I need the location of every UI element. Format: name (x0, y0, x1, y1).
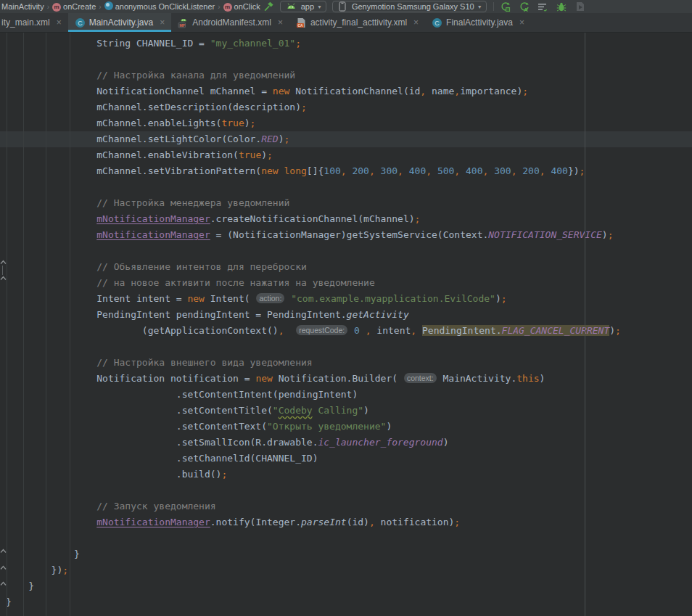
code-line: // Настройка канала для уведомлений (0, 67, 692, 83)
parameter-hint-chip: context: (404, 373, 437, 383)
apply-changes-icon[interactable] (499, 1, 511, 12)
anonymous-class-icon (104, 1, 113, 12)
apply-code-changes-icon[interactable]: A (518, 1, 530, 12)
code-area: String CHANNEL_ID = "my_channel_01"; // … (0, 33, 692, 610)
code-line-current: mChannel.setLightColor(Color.RED); (0, 131, 692, 147)
tab-label: MainActivity.java (89, 17, 153, 28)
code-line: // Настройка внешнего вида уведомления (0, 355, 692, 371)
breadcrumb-label: MainActivity (1, 2, 44, 11)
run-configuration-select[interactable]: app ▼ (280, 1, 326, 12)
breadcrumb-item[interactable]: anonymous OnClickListener (104, 1, 215, 12)
svg-text:A: A (524, 7, 528, 12)
chevron-down-icon: ▼ (317, 4, 322, 9)
method-icon: m (52, 1, 61, 12)
code-line: .setContentTitle("Codeby Calling") (0, 403, 692, 419)
code-line (0, 530, 692, 546)
breadcrumb-item[interactable]: monCreate (52, 1, 96, 12)
code-line: Notification notification = new Notifica… (0, 371, 692, 387)
editor[interactable]: String CHANNEL_ID = "my_channel_01"; // … (0, 33, 692, 616)
code-line: }); (0, 562, 692, 578)
code-line: // Настройка менеджера уведомлений (0, 195, 692, 211)
tab-MainActivity.java[interactable]: CMainActivity.java× (68, 13, 172, 32)
build-hammer-icon[interactable] (263, 1, 275, 12)
code-line: (getApplicationContext(), requestCode: 0… (0, 323, 692, 339)
fold-marker-icon[interactable] (0, 275, 7, 282)
run-configuration-label: app (301, 2, 314, 11)
svg-text:C: C (434, 20, 440, 27)
breadcrumb: MainActivity›monCreate›anonymous OnClick… (0, 1, 260, 12)
tab-label: ity_main.xml (1, 17, 50, 28)
code-line: // Запуск уведомления (0, 498, 692, 514)
fold-marker-icon[interactable] (0, 580, 7, 587)
chevron-down-icon: ▼ (477, 4, 482, 9)
tab-label: activity_final_acttivity.xml (310, 17, 407, 28)
code-line: mChannel.setVibrationPattern(new long[]{… (0, 163, 692, 179)
tab-close-icon[interactable]: × (57, 17, 62, 28)
breadcrumb-label: onClick (234, 2, 260, 11)
code-line: mNotificationManager.createNotificationC… (0, 211, 692, 227)
attach-debugger-icon[interactable] (574, 1, 587, 12)
code-line (0, 243, 692, 259)
breadcrumb-separator: › (99, 3, 101, 11)
code-line: NotificationChannel mChannel = new Notif… (0, 83, 692, 99)
main-toolbar: MainActivity›monCreate›anonymous OnClick… (0, 0, 692, 13)
tab-label: AndroidManifest.xml (192, 17, 271, 28)
fold-range-line (2, 266, 3, 275)
class-file-icon: C (432, 17, 442, 28)
code-line (0, 52, 692, 67)
code-line: mChannel.enableLights(true); (0, 115, 692, 131)
editor-tab-bar: ity_main.xml×CMainActivity.java×MFAndroi… (0, 13, 692, 33)
code-line: .setContentIntent(pendingIntent) (0, 387, 692, 403)
code-line: // на новое активити после нажатия на ув… (0, 275, 692, 291)
breadcrumb-label: onCreate (63, 2, 96, 11)
code-line: } (0, 594, 692, 610)
profiler-icon[interactable] (537, 1, 549, 12)
code-line: } (0, 578, 692, 594)
code-line (0, 482, 692, 498)
device-selector[interactable]: Genymotion Samsung Galaxy S10 ▼ (332, 1, 487, 12)
tab-label: FinalActtivity.java (446, 17, 513, 28)
tab-close-icon[interactable]: × (278, 17, 283, 28)
breadcrumb-item[interactable]: MainActivity (1, 2, 44, 11)
toolbar-actions: A (499, 1, 587, 12)
svg-text:MF: MF (179, 22, 186, 27)
tab-close-icon[interactable]: × (160, 17, 165, 28)
parameter-hint-chip: requestCode: (296, 325, 347, 335)
class-file-icon: C (75, 17, 86, 28)
code-line: mNotificationManager = (NotificationMana… (0, 227, 692, 243)
code-line (0, 339, 692, 355)
code-line: mChannel.setDescription(description); (0, 99, 692, 115)
tab-ity_main.xml[interactable]: ity_main.xml× (0, 13, 68, 32)
debug-icon[interactable] (556, 1, 568, 12)
breadcrumb-separator: › (47, 3, 49, 11)
device-selector-label: Genymotion Samsung Galaxy S10 (352, 2, 474, 11)
code-line: .build(); (0, 467, 692, 482)
code-line: .setContentText("Открыть уведомление") (0, 419, 692, 435)
breadcrumb-item[interactable]: monClick (223, 1, 260, 12)
tab-FinalActtivity.java[interactable]: CFinalActtivity.java× (425, 13, 531, 32)
tab-close-icon[interactable]: × (413, 17, 419, 28)
fold-marker-icon[interactable] (0, 548, 7, 554)
svg-text:CA: CA (297, 22, 303, 27)
method-icon: m (223, 1, 232, 12)
breadcrumb-label: anonymous OnClickListener (115, 2, 215, 11)
code-line: mNotificationManager.notify(Integer.pars… (0, 514, 692, 530)
code-line: String CHANNEL_ID = "my_channel_01"; (0, 36, 692, 52)
xml-file-icon: CA (296, 17, 307, 28)
android-icon (287, 1, 296, 12)
breadcrumb-separator: › (218, 3, 220, 11)
manifest-file-icon: MF (178, 17, 189, 28)
tab-AndroidManifest.xml[interactable]: MFAndroidManifest.xml× (171, 13, 289, 32)
code-line: .setSmallIcon(R.drawable.ic_launcher_for… (0, 435, 692, 451)
fold-marker-icon[interactable] (0, 564, 7, 571)
tab-activity_final_acttivity.xml[interactable]: CAactivity_final_acttivity.xml× (289, 13, 425, 32)
svg-text:C: C (78, 20, 83, 27)
code-line: // Обьявление интентов для переброски (0, 259, 692, 275)
code-line: .setChannelId(CHANNEL_ID) (0, 451, 692, 467)
parameter-hint-chip: action: (256, 293, 284, 303)
tab-close-icon[interactable]: × (519, 17, 524, 28)
code-line: Intent intent = new Intent( action: "com… (0, 291, 692, 307)
code-line: } (0, 546, 692, 562)
fold-marker-icon[interactable] (0, 259, 7, 266)
phone-icon (339, 1, 347, 12)
